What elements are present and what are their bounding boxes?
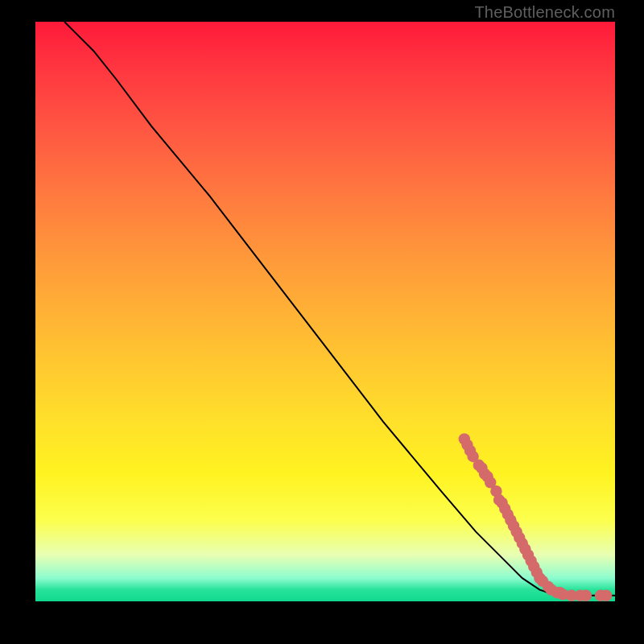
chart-frame: TheBottleneck.com <box>0 0 644 644</box>
plot-area <box>35 22 615 601</box>
chart-svg <box>35 22 615 601</box>
watermark-text: TheBottleneck.com <box>474 3 615 22</box>
data-markers <box>459 433 613 601</box>
data-marker <box>580 590 592 601</box>
data-marker <box>601 590 612 601</box>
bottleneck-curve <box>64 22 615 596</box>
